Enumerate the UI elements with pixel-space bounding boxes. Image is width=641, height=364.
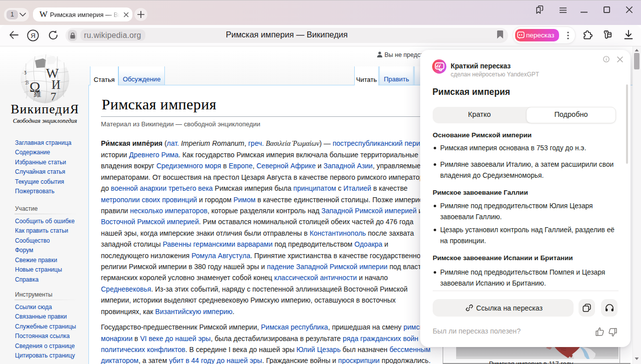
svg-text:維: 維 [33, 90, 41, 98]
svg-text:ʒ: ʒ [24, 68, 26, 74]
svg-text:7: 7 [50, 90, 56, 103]
svg-text:Я: Я [30, 31, 35, 39]
svg-text:ℬ: ℬ [25, 80, 29, 85]
svg-text:И: И [51, 78, 60, 91]
